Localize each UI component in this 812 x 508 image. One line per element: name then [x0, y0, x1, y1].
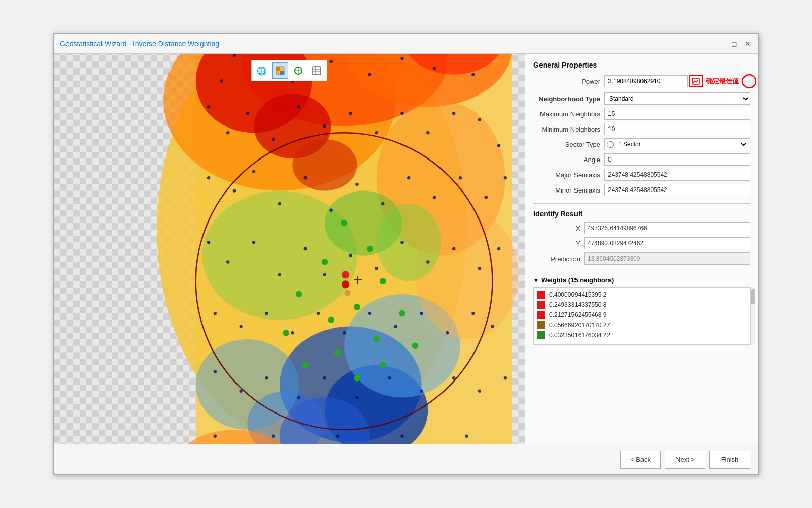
- weight-color-3: [537, 311, 545, 319]
- svg-point-112: [355, 396, 358, 399]
- collapse-icon[interactable]: ▼: [533, 277, 539, 283]
- scrollbar[interactable]: [750, 287, 755, 345]
- major-semiaxis-input[interactable]: 243748.42548805542: [604, 169, 750, 181]
- weight-value-2: 0.24933314337550 8: [549, 301, 606, 308]
- svg-point-86: [304, 247, 307, 250]
- svg-point-115: [452, 376, 455, 379]
- svg-point-40: [220, 79, 223, 82]
- svg-point-88: [349, 254, 352, 257]
- svg-point-116: [478, 389, 481, 392]
- svg-point-92: [452, 247, 455, 250]
- table-tool-button[interactable]: [309, 62, 325, 79]
- svg-point-66: [452, 112, 455, 115]
- weight-color-5: [537, 331, 545, 339]
- minimize-button[interactable]: ─: [717, 39, 726, 48]
- circle-tool-button[interactable]: [290, 62, 307, 79]
- svg-point-148: [412, 342, 419, 349]
- weight-item-2: 0.24933314337550 8: [537, 301, 747, 309]
- layer-tool-button[interactable]: [272, 62, 288, 79]
- svg-point-60: [297, 105, 300, 108]
- scrollbar-thumb[interactable]: [751, 289, 755, 304]
- min-neighbors-label: Minimum Neighbors: [533, 125, 604, 133]
- sector-circle-icon: [607, 141, 614, 148]
- identify-result-title: Identify Result: [533, 210, 750, 218]
- svg-point-70: [233, 189, 236, 192]
- weight-color-2: [537, 301, 545, 309]
- svg-point-149: [302, 362, 309, 368]
- general-properties-title: General Properties: [533, 61, 750, 69]
- angle-input[interactable]: 0: [604, 153, 750, 166]
- svg-point-147: [334, 349, 341, 356]
- svg-point-152: [342, 271, 349, 278]
- svg-point-56: [207, 105, 210, 108]
- weight-item-1: 0.40000694415395 2: [537, 291, 747, 299]
- weight-item-3: 0.21271562455468 9: [537, 311, 747, 319]
- weight-value-3: 0.21271562455468 9: [549, 311, 606, 319]
- svg-point-78: [433, 196, 436, 199]
- svg-point-68: [497, 144, 500, 147]
- svg-rect-2: [280, 71, 284, 75]
- y-input[interactable]: 474890.0829472462: [584, 237, 750, 249]
- x-row: X 497326.64149896766: [533, 222, 750, 234]
- svg-point-122: [336, 434, 339, 437]
- svg-point-36: [377, 204, 441, 281]
- svg-point-57: [226, 131, 229, 134]
- svg-point-153: [342, 280, 349, 288]
- svg-point-76: [381, 202, 384, 205]
- power-input[interactable]: 3.19084898062910: [604, 75, 688, 87]
- next-button[interactable]: Next >: [665, 451, 705, 469]
- max-neighbors-input[interactable]: 15: [604, 108, 750, 120]
- svg-point-144: [399, 310, 405, 317]
- title-controls: ─ ◻ ✕: [717, 39, 752, 48]
- min-neighbors-row: Minimum Neighbors 10: [533, 123, 750, 135]
- finish-button[interactable]: Finish: [709, 451, 750, 469]
- window-title: Geostatistical Wizard - Inverse Distance…: [60, 40, 219, 48]
- major-semiaxis-label: Major Semiaxis: [533, 171, 604, 179]
- svg-point-98: [291, 331, 294, 334]
- minor-semiaxis-input[interactable]: 243748.42548805542: [604, 184, 750, 196]
- back-button[interactable]: < Back: [620, 451, 661, 469]
- svg-point-94: [497, 247, 500, 250]
- svg-point-63: [375, 131, 378, 134]
- weight-value-5: 0.03235016176034 22: [549, 332, 610, 339]
- svg-point-140: [380, 278, 386, 284]
- angle-row: Angle 0: [533, 153, 750, 166]
- svg-point-107: [214, 370, 217, 373]
- title-highlight: Inverse Distance Weighting: [133, 40, 219, 48]
- svg-point-89: [375, 267, 378, 270]
- svg-point-50: [400, 57, 403, 60]
- close-button[interactable]: ✕: [743, 39, 752, 48]
- svg-point-145: [283, 330, 289, 336]
- svg-point-109: [265, 376, 268, 379]
- svg-point-52: [433, 67, 436, 70]
- major-semiaxis-row: Major Semiaxis 243748.42548805542: [533, 169, 750, 181]
- svg-point-105: [471, 312, 475, 315]
- sector-type-select[interactable]: 1 Sector 4 Sectors 4 Sectors with 45° of…: [616, 140, 748, 148]
- weights-scroll[interactable]: 0.40000694415395 2 0.24933314337550 8 0.…: [533, 287, 750, 345]
- neighborhood-type-select[interactable]: Standard Smooth: [604, 92, 750, 105]
- svg-point-120: [272, 434, 275, 437]
- svg-point-138: [367, 246, 374, 252]
- svg-point-62: [349, 112, 352, 115]
- divider-1: [533, 203, 750, 204]
- svg-point-69: [207, 176, 210, 179]
- svg-point-117: [504, 376, 507, 379]
- svg-point-80: [485, 196, 488, 199]
- weights-header: ▼ Weights (15 neighbors): [533, 276, 750, 284]
- prediction-input[interactable]: 13.8604502873309: [584, 252, 750, 265]
- maximize-button[interactable]: ◻: [730, 39, 739, 48]
- optimize-button[interactable]: [689, 75, 703, 87]
- map-visualization[interactable]: [54, 54, 525, 444]
- svg-point-95: [214, 312, 217, 315]
- svg-point-79: [459, 176, 462, 179]
- right-panel: General Properties Power 3.1908489806291…: [525, 54, 758, 444]
- svg-point-54: [471, 73, 475, 76]
- svg-point-83: [226, 260, 229, 263]
- globe-tool-button[interactable]: 🌐: [254, 62, 270, 79]
- min-neighbors-input[interactable]: 10: [604, 123, 750, 135]
- svg-point-85: [278, 273, 281, 276]
- weight-color-1: [537, 291, 545, 299]
- svg-point-110: [297, 396, 300, 399]
- max-neighbors-label: Maximum Neighbors: [533, 110, 604, 118]
- x-input[interactable]: 497326.64149896766: [584, 222, 750, 234]
